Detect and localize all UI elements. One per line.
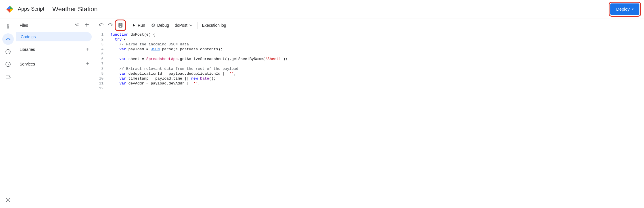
line-code (108, 86, 644, 91)
libraries-label: Libraries (20, 47, 85, 52)
svg-text:AZ: AZ (75, 23, 79, 26)
debug-button[interactable]: Debug (149, 21, 171, 29)
table-row: 8 // Extract relevant data from the root… (94, 66, 644, 71)
save-button[interactable] (116, 21, 125, 30)
file-item-code-gs[interactable]: Code.gs (16, 32, 92, 41)
line-code: try { (108, 37, 644, 42)
sort-icon: AZ (74, 22, 80, 27)
line-number: 4 (94, 47, 108, 52)
table-row: 2 try { (94, 37, 644, 42)
line-code (108, 52, 644, 57)
run-label: Run (138, 23, 145, 28)
line-code: var payload = JSON.parse(e.postData.cont… (108, 47, 644, 52)
libraries-section-header: Libraries + (16, 41, 94, 56)
add-file-button[interactable] (83, 21, 91, 30)
line-number: 7 (94, 61, 108, 66)
undo-icon (98, 23, 103, 28)
svg-line-4 (8, 64, 9, 65)
table-row: 12 (94, 86, 644, 91)
line-number: 8 (94, 66, 108, 71)
debug-icon (151, 23, 156, 28)
function-name: doPost (175, 23, 187, 28)
sidebar-info-button[interactable]: ℹ (2, 21, 14, 32)
sidebar-history-button[interactable] (2, 46, 14, 57)
run-button[interactable]: Run (130, 21, 147, 29)
files-label: Files (20, 23, 73, 28)
file-panel: Files AZ Code.gs Libraries + (16, 18, 94, 208)
line-code (108, 61, 644, 66)
sort-files-button[interactable]: AZ (73, 21, 81, 30)
file-panel-actions: AZ (73, 21, 91, 30)
deploy-label: Deploy (616, 7, 630, 11)
line-number: 2 (94, 37, 108, 42)
table-row: 4 var payload = JSON.parse(e.postData.co… (94, 47, 644, 52)
line-code: var sheet = SpreadsheetApp.getActiveSpre… (108, 57, 644, 61)
line-number: 12 (94, 86, 108, 91)
line-number: 3 (94, 42, 108, 47)
table-row: 5 (94, 52, 644, 57)
deploy-chevron-icon: ▾ (632, 7, 634, 11)
tasks-icon (5, 74, 11, 80)
services-label: Services (20, 62, 85, 66)
line-number: 10 (94, 76, 108, 81)
run-icon (132, 23, 136, 27)
save-icon (118, 23, 123, 28)
line-code: function doPost(e) { (108, 32, 644, 37)
execution-log-button[interactable]: Execution log (200, 21, 229, 29)
apps-script-logo (5, 4, 15, 14)
logo-area: Apps Script (5, 4, 44, 14)
line-number: 11 (94, 81, 108, 86)
line-code: var deduplicationId = payload.deduplicat… (108, 71, 644, 76)
sidebar-triggers-button[interactable] (2, 59, 14, 70)
add-file-icon (84, 22, 89, 27)
clock-icon (5, 61, 11, 67)
top-header: Apps Script Weather Station Deploy ▾ (0, 0, 644, 18)
add-service-button[interactable]: + (85, 59, 91, 68)
settings-icon (5, 197, 11, 203)
toolbar-divider-1 (127, 22, 127, 29)
services-section-header: Services + (16, 56, 94, 71)
main-area: ℹ <> (0, 18, 644, 208)
icon-sidebar-bottom (2, 194, 14, 208)
line-code: var timestamp = payload.time || new Date… (108, 76, 644, 81)
line-number: 9 (94, 71, 108, 76)
svg-marker-15 (133, 24, 135, 27)
sidebar-code-button[interactable]: <> (2, 33, 14, 45)
redo-button[interactable] (106, 21, 115, 30)
debug-label: Debug (157, 23, 169, 28)
code-table: 1 function doPost(e) { 2 try { 3 // Pars… (94, 32, 644, 91)
toolbar: Save (94, 18, 644, 32)
deploy-button[interactable]: Deploy ▾ (610, 3, 639, 15)
sidebar-settings-button[interactable] (2, 194, 14, 206)
sidebar-editor-button[interactable] (2, 71, 14, 83)
icon-sidebar: ℹ <> (0, 18, 16, 208)
project-title: Weather Station (52, 5, 97, 13)
svg-rect-13 (120, 23, 121, 25)
chevron-down-icon (189, 24, 193, 27)
svg-point-8 (7, 199, 9, 201)
function-selector[interactable]: doPost (172, 21, 195, 29)
line-code: var devAddr = payload.devAddr || ''; (108, 81, 644, 86)
line-code: // Parse the incoming JSON data (108, 42, 644, 47)
line-number: 5 (94, 52, 108, 57)
table-row: 6 var sheet = SpreadsheetApp.getActiveSp… (94, 57, 644, 61)
toolbar-divider-2 (197, 22, 198, 29)
table-row: 1 function doPost(e) { (94, 32, 644, 37)
table-row: 3 // Parse the incoming JSON data (94, 42, 644, 47)
editor-area: Save (94, 18, 644, 208)
svg-rect-14 (119, 26, 122, 27)
line-number: 1 (94, 32, 108, 37)
undo-button[interactable] (97, 21, 105, 30)
history-icon (5, 49, 11, 55)
svg-text:<>: <> (6, 37, 11, 41)
app-title: Apps Script (18, 6, 44, 12)
execution-log-label: Execution log (202, 23, 226, 28)
file-panel-header: Files AZ (16, 18, 94, 32)
add-library-button[interactable]: + (85, 45, 91, 54)
code-icon: <> (5, 36, 11, 42)
code-editor[interactable]: 1 function doPost(e) { 2 try { 3 // Pars… (94, 32, 644, 208)
table-row: 7 (94, 61, 644, 66)
redo-icon (108, 23, 113, 28)
table-row: 10 var timestamp = payload.time || new D… (94, 76, 644, 81)
file-name: Code.gs (21, 34, 36, 39)
